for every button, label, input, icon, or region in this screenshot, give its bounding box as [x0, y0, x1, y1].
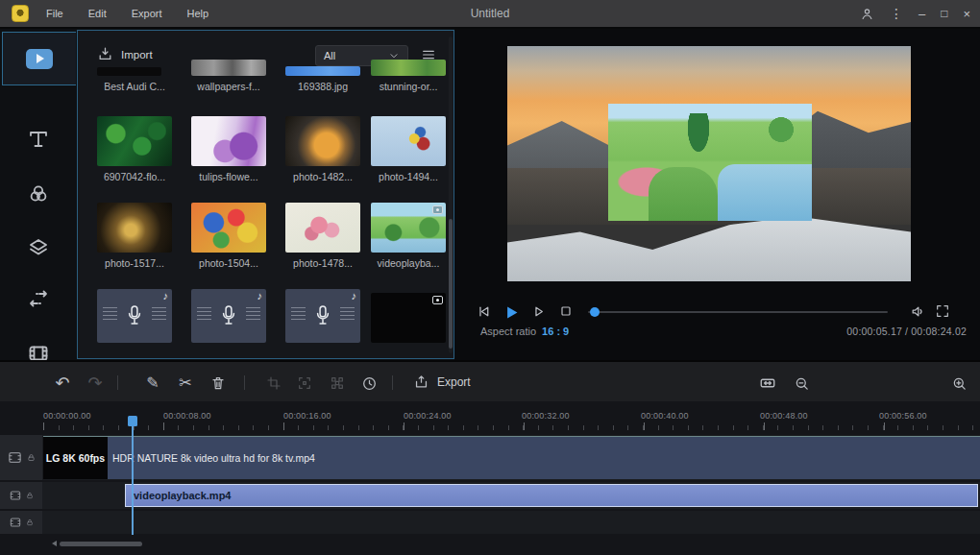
media-thumbnail[interactable]	[191, 60, 266, 76]
timeline-scrollbar[interactable]	[60, 542, 142, 546]
ruler-label: 00:00:24.00	[404, 411, 452, 421]
media-item-label: tulips-flowe...	[191, 171, 266, 182]
previous-frame-button[interactable]	[476, 303, 492, 320]
mosaic-button[interactable]	[329, 374, 346, 392]
play-button[interactable]	[502, 303, 521, 322]
zoom-out-button[interactable]	[793, 374, 810, 392]
zoom-in-button[interactable]	[950, 374, 968, 392]
media-filter-value: All	[324, 50, 335, 61]
media-item[interactable]: ♪	[191, 289, 266, 343]
seek-bar[interactable]	[588, 311, 888, 313]
track-type-icon	[9, 489, 22, 502]
menu-file[interactable]: File	[46, 8, 63, 19]
preview-video[interactable]	[507, 46, 911, 281]
undo-button[interactable]: ↶	[54, 374, 71, 392]
media-item[interactable]: 169388.jpg	[285, 66, 360, 92]
export-button[interactable]: Export	[413, 374, 471, 390]
export-label: Export	[437, 375, 471, 389]
media-thumbnail[interactable]	[191, 203, 266, 253]
media-item[interactable]: photo-1482...	[285, 116, 360, 182]
media-thumbnail[interactable]	[371, 60, 446, 76]
sidebar-tab-filters[interactable]	[0, 169, 77, 219]
media-item[interactable]: videoplayba...	[371, 203, 446, 269]
scroll-left-arrow[interactable]	[52, 541, 57, 546]
account-icon[interactable]	[860, 7, 874, 21]
media-thumbnail[interactable]: ♪	[191, 289, 266, 343]
minimize-button[interactable]: –	[919, 7, 925, 21]
sidebar-tab-media[interactable]	[2, 32, 76, 85]
media-thumbnail[interactable]: ♪	[97, 289, 172, 343]
media-item[interactable]: tulips-flowe...	[191, 116, 266, 182]
media-thumbnail[interactable]	[285, 203, 360, 253]
aspect-ratio[interactable]: Aspect ratio16 : 9	[480, 326, 569, 337]
sidebar-tab-transitions[interactable]	[0, 274, 77, 324]
playhead-handle[interactable]	[128, 416, 137, 426]
music-note-icon: ♪	[352, 290, 357, 302]
media-item[interactable]: photo-1478...	[285, 203, 360, 269]
playhead-line[interactable]	[132, 426, 134, 535]
media-item[interactable]: wallpapers-f...	[191, 60, 266, 92]
media-item[interactable]: photo-1504...	[191, 203, 266, 269]
import-label: Import	[121, 49, 153, 60]
media-thumbnail[interactable]	[97, 203, 172, 253]
media-thumbnail[interactable]	[371, 203, 446, 253]
media-item-label: 6907042-flo...	[97, 171, 172, 182]
duration-button[interactable]	[360, 374, 378, 392]
menu-help[interactable]: Help	[187, 8, 209, 19]
media-item[interactable]: Best Audi C...	[97, 67, 172, 92]
media-thumbnail[interactable]	[371, 116, 446, 166]
media-item-label: photo-1482...	[285, 171, 360, 182]
media-thumbnail[interactable]	[285, 116, 360, 166]
media-item[interactable]: ♪	[97, 289, 172, 343]
menu-export[interactable]: Export	[132, 8, 162, 19]
media-item[interactable]: stunning-or...	[371, 60, 446, 92]
media-thumbnail[interactable]	[97, 67, 161, 76]
aspect-ratio-label: Aspect ratio	[480, 326, 536, 337]
menu-edit[interactable]: Edit	[88, 8, 107, 19]
fullscreen-icon[interactable]	[935, 303, 950, 319]
seek-handle[interactable]	[590, 307, 600, 317]
media-item[interactable]: ♪	[285, 289, 360, 343]
media-item-label: photo-1494...	[371, 171, 446, 182]
edit-button[interactable]: ✎	[144, 374, 161, 392]
overlay-clip-preview[interactable]	[608, 104, 812, 221]
media-item[interactable]: photo-1494...	[371, 116, 446, 182]
media-thumbnail[interactable]	[285, 66, 360, 76]
timeline-clip[interactable]: LG 8K 60fps HDR NATURE 8k video ultra hd…	[43, 436, 980, 479]
import-button[interactable]: Import	[97, 46, 153, 62]
more-menu-icon[interactable]: ⋮	[890, 6, 903, 21]
media-item[interactable]: 6907042-flo...	[97, 116, 172, 182]
track-header[interactable]	[0, 482, 42, 509]
zoom-region-button[interactable]	[296, 374, 313, 392]
media-thumbnail[interactable]	[371, 293, 446, 343]
track-header[interactable]	[0, 435, 42, 480]
sidebar-tab-text[interactable]	[0, 114, 77, 164]
filters-icon	[27, 182, 50, 205]
media-item[interactable]: photo-1517...	[97, 203, 172, 269]
volume-icon[interactable]	[910, 303, 926, 320]
media-panel-scrollbar[interactable]	[449, 36, 453, 353]
track-header[interactable]	[0, 511, 42, 534]
lock-icon	[27, 453, 36, 462]
crop-button[interactable]	[265, 374, 282, 392]
timeline-clip[interactable]: videoplayback.mp4	[125, 484, 978, 507]
next-frame-button[interactable]	[531, 303, 548, 320]
ruler-label: 00:00:16.00	[283, 411, 331, 421]
maximize-button[interactable]: □	[941, 7, 947, 20]
ruler-label: 00:00:48.00	[760, 411, 808, 421]
media-thumbnail[interactable]	[97, 116, 172, 166]
sidebar-tab-overlays[interactable]	[0, 222, 77, 272]
video-track-2: videoplayback.mp4	[0, 482, 980, 509]
redo-button[interactable]: ↷	[86, 374, 104, 392]
ruler-label: 00:00:00.00	[43, 411, 91, 421]
split-button[interactable]: ✂	[177, 374, 194, 392]
stop-button[interactable]	[558, 303, 574, 319]
media-item[interactable]	[371, 293, 446, 343]
ruler-label: 00:00:32.00	[522, 411, 570, 421]
media-thumbnail[interactable]: ♪	[285, 289, 360, 343]
media-thumbnail[interactable]	[191, 116, 266, 166]
fit-timeline-button[interactable]	[759, 374, 776, 392]
close-button[interactable]: ×	[963, 7, 970, 21]
delete-button[interactable]	[209, 374, 227, 392]
music-note-icon: ♪	[163, 290, 169, 302]
